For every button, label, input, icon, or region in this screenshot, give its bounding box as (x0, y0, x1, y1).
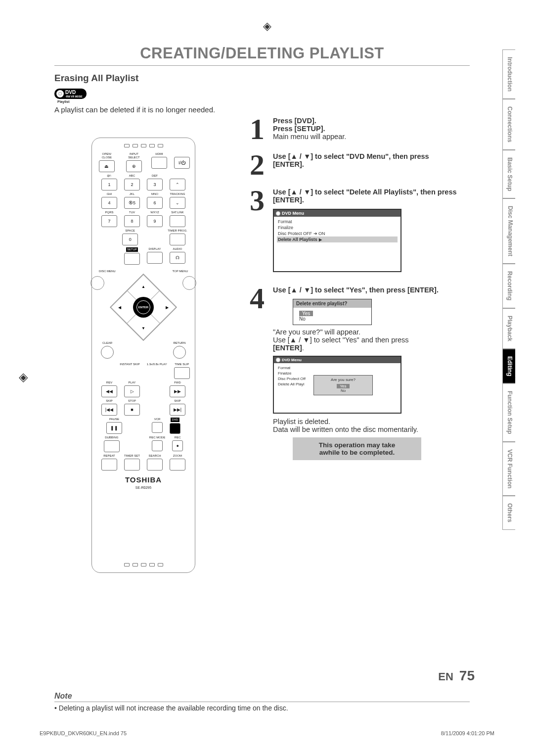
tab-playback: Playback (502, 308, 515, 349)
step-2: 2 Use [▲ / ▼] to select "DVD Menu", then… (246, 152, 459, 177)
remote-control-diagram: OPEN/ CLOSE⏏ INPUT SELECT⊕ HDMI I/⏻ @!:1… (91, 138, 195, 573)
page-title: CREATING/DELETING PLAYLIST (54, 45, 470, 62)
registration-mark-icon: ◈ (19, 370, 28, 384)
divider (54, 65, 470, 66)
step-4: 4 Use [▲ / ▼] to select "Yes", then pres… (246, 286, 459, 460)
tab-introduction: Introduction (502, 49, 515, 99)
tab-recording: Recording (502, 264, 515, 308)
dvd-menu-confirm-screenshot: DVD Menu Format Finalize Disc Protect Of… (273, 356, 401, 414)
brand-logo: TOSHIBA (97, 475, 190, 484)
section-heading: Erasing All Playlist (54, 73, 470, 84)
page-footer: EN75 (438, 668, 475, 684)
tab-disc-management: Disc Management (502, 198, 515, 264)
confirm-dialog: Delete entire playlist? Yes No (293, 299, 372, 325)
tab-others: Others (502, 496, 515, 530)
tab-function-setup: Function Setup (502, 383, 515, 441)
model-number: SE-R0295 (97, 486, 190, 489)
disc-icon (56, 90, 64, 97)
dvd-rw-badge: DVD -RW VR MODE (54, 89, 87, 99)
tab-editing: Editing (502, 349, 515, 384)
warning-message: This operation may take awhile to be com… (293, 437, 421, 460)
registration-mark-icon: ◈ (263, 20, 271, 33)
step-3: 3 Use [▲ / ▼] to select "Delete All Play… (246, 188, 459, 275)
tab-connections: Connections (502, 99, 515, 150)
tab-vcr-function: VCR Function (502, 442, 515, 496)
step-1: 1 Press [DVD]. Press [SETUP]. Main menu … (246, 117, 459, 142)
footer-timestamp: 8/11/2009 4:01:20 PM (441, 730, 494, 736)
note-section: Note • Deleting a playlist will not incr… (54, 692, 470, 712)
tab-basic-setup: Basic Setup (502, 150, 515, 199)
footer-filename: E9PKBUD_DKVR60KU_EN.indd 75 (40, 730, 127, 736)
dvd-menu-screenshot: DVD Menu Format Finalize Disc Protect OF… (273, 209, 401, 272)
enter-button: ENTER (133, 297, 154, 318)
badge-sublabel: Playlist (57, 100, 470, 103)
section-tabs: Introduction Connections Basic Setup Dis… (502, 49, 515, 530)
